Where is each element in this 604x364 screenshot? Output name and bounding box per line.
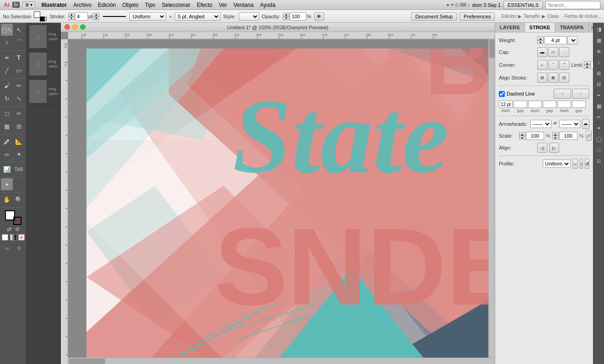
align-outside-btn[interactable]: ⊡ [559, 73, 569, 83]
dash3-input[interactable] [557, 101, 571, 108]
style-select[interactable] [239, 12, 259, 21]
menu-illustrator[interactable]: Illustrator [42, 2, 67, 8]
cap-butt-btn[interactable]: ▬ [537, 47, 547, 57]
scale-x-down-btn[interactable]: ▼ [519, 136, 525, 139]
table-tool[interactable]: TAB [13, 163, 25, 175]
eraser-tool[interactable]: ◻ [1, 107, 13, 119]
menu-archivo[interactable]: Archivo [73, 2, 91, 8]
arrowhead-end-select[interactable]: —— [559, 120, 580, 128]
menu-tipo[interactable]: Tipo [145, 2, 155, 8]
selection-tool[interactable]: ▢↖ [1, 24, 13, 36]
line-tool[interactable]: ╱ [1, 64, 13, 76]
maximize-button[interactable] [80, 24, 86, 30]
side-project-item-1[interactable]: ♪ Proj uevo [27, 23, 60, 50]
appearance-icon[interactable]: ⊕ [594, 47, 604, 56]
profile-flip-h-btn[interactable]: ↔ [572, 159, 578, 169]
pencil-tool[interactable]: ✏ [13, 80, 25, 91]
dash-pattern-1-btn[interactable]: ┄ [554, 89, 571, 99]
scissors-tool[interactable]: ✂ [13, 107, 25, 119]
stroke-up-btn[interactable]: ▲ [68, 13, 75, 16]
paintbrush-tool[interactable]: 🖌 [1, 80, 13, 91]
horizontal-scrollbar[interactable] [68, 358, 495, 364]
side-project-item-3[interactable]: ♪ Proj uevo [27, 78, 60, 105]
stroke-unit-up-btn[interactable]: ▲ [93, 13, 99, 16]
menu-edicion[interactable]: Edición [98, 2, 116, 8]
align-right-btn[interactable]: ▷ [549, 143, 559, 153]
stroke-down-btn[interactable]: ▼ [68, 16, 75, 20]
eyedropper-tool[interactable]: 💉 [1, 135, 13, 147]
weight-down-btn[interactable]: ▼ [537, 40, 544, 44]
essentials-button[interactable]: ESSENTIALS [503, 1, 543, 9]
scale-tool[interactable]: ⤡ [13, 92, 25, 104]
align-panel-icon[interactable]: ⊞ [594, 69, 604, 78]
gap1-input[interactable] [513, 101, 527, 108]
dash1-input[interactable] [499, 101, 513, 108]
profile-flip-v-btn[interactable]: ↕ [580, 159, 583, 169]
document-setup-button[interactable]: Document Setup [411, 12, 457, 21]
measure-tool[interactable]: 📐 [13, 135, 25, 147]
scale-y-down-btn[interactable]: ▼ [552, 136, 559, 139]
canvas-workspace[interactable]: State SNDB B [68, 39, 495, 364]
gradient-btn[interactable] [10, 234, 16, 241]
lasso-tool[interactable]: ⌒ [13, 37, 25, 48]
opacity-up-btn[interactable]: ▲ [283, 13, 289, 16]
scale-x-up-btn[interactable]: ▲ [519, 132, 525, 136]
stroke-color-indicator[interactable] [34, 11, 47, 21]
shape-tool[interactable]: ▭ [13, 64, 25, 76]
stroke-value-input[interactable] [75, 12, 88, 21]
dash2-input[interactable] [528, 101, 542, 108]
weight-input[interactable] [544, 36, 567, 44]
swap-icon[interactable]: ⇄ [7, 226, 11, 232]
limit-up-btn[interactable]: ▲ [584, 61, 590, 65]
search-input[interactable] [545, 1, 600, 9]
gap3-input[interactable] [572, 101, 586, 108]
tip-select[interactable]: 5 pt. Angled [175, 12, 220, 21]
gradient-tool[interactable]: ▦ [1, 120, 13, 132]
align-center-btn[interactable]: ⊟ [537, 73, 547, 83]
menu-ver[interactable]: Ver [219, 2, 227, 8]
stroke-panel-icon[interactable]: ━ [594, 91, 604, 100]
dashed-line-checkbox[interactable] [499, 91, 505, 97]
align-left-btn[interactable]: ◁ [537, 143, 547, 153]
pathfinder-icon[interactable]: ⊟ [594, 80, 604, 89]
transparency-tab[interactable]: TRANSPA [555, 23, 588, 32]
scale-x-input[interactable] [526, 132, 544, 140]
rotate-tool[interactable]: ↻ [1, 92, 13, 104]
preferences-button[interactable]: Preferences [460, 12, 495, 21]
scale-link-btn[interactable]: 🔗 [586, 131, 592, 141]
symbols-icon[interactable]: ✦ [594, 123, 604, 133]
canvas-container[interactable]: Untitled-1* @ 150% (RGB/Overprint Previe… [61, 23, 495, 364]
text-tool[interactable]: T [13, 52, 25, 64]
menu-seleccionar[interactable]: Seleccionar [162, 2, 191, 8]
none-icon[interactable]: ⊘ [15, 226, 20, 232]
bar-graph-tool[interactable]: 📊 [1, 163, 13, 175]
square-icon[interactable]: □ [594, 145, 604, 155]
menu-ventana[interactable]: Ventana [234, 2, 254, 8]
direct-selection-tool[interactable]: ↖ [13, 24, 25, 36]
stroke-profile-select[interactable]: Uniform [129, 12, 166, 21]
menu-efecto[interactable]: Efecto [197, 2, 212, 8]
stroke-tab[interactable]: STROKE [525, 23, 556, 32]
hand-tool[interactable]: ✋ [1, 193, 13, 205]
normal-mode-btn[interactable]: ▭ [2, 244, 12, 252]
align-inside-btn[interactable]: ⊞ [548, 73, 558, 83]
corner-miter-btn[interactable]: ⌐ [537, 60, 547, 70]
arrowhead-start-select[interactable]: —— [530, 120, 551, 128]
menu-ayuda[interactable]: Ayuda [260, 2, 276, 8]
mesh-tool[interactable]: ⊞ [13, 120, 25, 132]
zoom-tool[interactable]: 🔍 [13, 193, 25, 205]
pen-tool[interactable]: ✒ [1, 52, 13, 64]
cap-round-btn[interactable]: ⬭ [548, 47, 558, 57]
stroke-unit-down-btn[interactable]: ▼ [93, 16, 99, 20]
symbol-tool[interactable]: ✦ [13, 148, 25, 160]
gap2-input[interactable] [543, 101, 556, 108]
profile-reset-btn[interactable]: ↺ [585, 159, 589, 169]
arrowhead-swap-btn[interactable]: ⬌ [582, 119, 589, 129]
weight-up-btn[interactable]: ▲ [537, 37, 544, 40]
none-btn[interactable]: ⊘ [18, 234, 25, 241]
limit-down-btn[interactable]: ▼ [584, 65, 590, 69]
visibility-icon[interactable]: 👁 [314, 12, 324, 21]
arrow-swap-icon[interactable]: ⇄ [553, 121, 558, 127]
menu-objeto[interactable]: Objeto [123, 2, 139, 8]
bottom-icon[interactable]: ⊡ [594, 156, 604, 166]
